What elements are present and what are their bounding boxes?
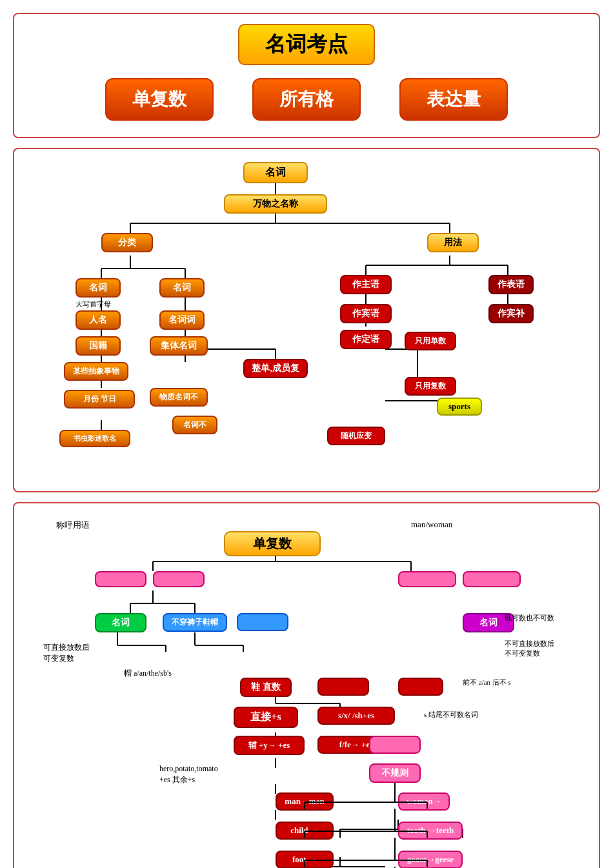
predicate-node: 作表语 bbox=[488, 275, 534, 294]
noun1-node: 名词 bbox=[75, 278, 121, 298]
person-name-node: 人名 bbox=[75, 310, 121, 330]
no-article-label: 前不 a/an 后不 s bbox=[463, 678, 511, 687]
pink3 bbox=[398, 571, 456, 587]
call-label: 称呼用语 bbox=[56, 520, 90, 531]
child-node: child → bbox=[276, 822, 334, 840]
foot-node: foot → bbox=[276, 851, 334, 868]
top-categories: 单复数 所有格 表达量 bbox=[24, 78, 589, 121]
shoe-box: 鞋 直数 bbox=[240, 678, 292, 697]
man-men-node: man→men bbox=[276, 792, 334, 811]
material-noun-node: 物质名词不 bbox=[150, 388, 208, 407]
blue-box: 不穿裤子鞋帽 bbox=[163, 613, 227, 632]
tooth-node: tooth →teeth bbox=[398, 822, 463, 840]
both-count-label: 既可数也不可数 bbox=[505, 613, 554, 623]
month-holiday-node: 月份 节日 bbox=[64, 390, 135, 409]
random-node: 随机应变 bbox=[327, 427, 385, 445]
abstract-node: 某些抽象事物 bbox=[64, 362, 128, 381]
cat-possessive: 所有格 bbox=[252, 78, 361, 121]
blue-box2 bbox=[237, 613, 288, 631]
object-node: 作宾语 bbox=[340, 304, 392, 323]
noun2-node: 名词 bbox=[159, 278, 205, 298]
red-right bbox=[398, 678, 443, 696]
attribute-node: 作定语 bbox=[340, 330, 392, 349]
singular-plural-title: 单复数 bbox=[224, 531, 321, 556]
single-plural-node: 整单,成员复 bbox=[243, 359, 308, 378]
nationality-node: 国籍 bbox=[75, 336, 121, 356]
y-es-node: 辅 +y→ +es bbox=[234, 736, 305, 755]
hero-label: hero,potato,tomato+es 其余+s bbox=[159, 763, 218, 785]
capital-label: 大写首字母 bbox=[75, 299, 111, 309]
s-ending-label: s 结尾不可数名词 bbox=[424, 710, 478, 720]
can-add-label: 可直接放数后可变复数 bbox=[43, 642, 90, 664]
bottom-section: 称呼用语 man/woman 单复数 名词 不穿裤子鞋帽 名词 可直接放数后可变… bbox=[13, 502, 600, 868]
top-section: 名词考点 单复数 所有格 表达量 bbox=[13, 13, 600, 138]
cat-singular-plural: 单复数 bbox=[105, 78, 214, 121]
sx-es-node: s/x/ /sh+es bbox=[317, 707, 395, 725]
collective-noun-node: 集体名词 bbox=[150, 336, 208, 356]
pink1 bbox=[95, 571, 146, 587]
cannot-add-label: 不可直接放数后不可变复数 bbox=[505, 639, 554, 659]
shoe-right bbox=[317, 678, 369, 696]
root-node: 名词 bbox=[243, 162, 308, 183]
bottom-connectors bbox=[24, 513, 589, 868]
middle-section: 名词 万物之名称 分类 用法 名词 大写首字母 名词 人名 名词词 集体名词 国… bbox=[13, 148, 600, 492]
pink4 bbox=[463, 571, 521, 587]
woman-node: woman→ bbox=[398, 792, 450, 811]
cat-quantity: 表达量 bbox=[399, 78, 508, 121]
man-woman-label: man/woman bbox=[411, 520, 452, 530]
classify-node: 分类 bbox=[101, 233, 153, 252]
irregular-connectors bbox=[24, 513, 589, 868]
irregular-top-box bbox=[369, 736, 421, 754]
noun-word-node: 名词词 bbox=[159, 310, 205, 330]
sports-node: sports bbox=[437, 398, 482, 416]
direct-s-node: 直接+s bbox=[234, 707, 298, 728]
usage-node: 用法 bbox=[427, 233, 479, 252]
only-plural-node: 只用复数 bbox=[405, 377, 456, 396]
hat-label: 帽 a/an/the/sb's bbox=[124, 668, 172, 679]
irregular-node: 不规则 bbox=[369, 763, 421, 783]
green-noun: 名词 bbox=[95, 613, 146, 632]
only-singular-node: 只用单数 bbox=[405, 332, 456, 350]
sub-root-node: 万物之名称 bbox=[224, 194, 327, 214]
top-title-area: 名词考点 单复数 所有格 表达量 bbox=[24, 24, 589, 121]
goose-node: goose→geese bbox=[398, 851, 463, 868]
obj-complement-node: 作宾补 bbox=[488, 304, 534, 323]
noun-no-node: 名词不 bbox=[172, 416, 217, 434]
middle-mindmap: 名词 万物之名称 分类 用法 名词 大写首字母 名词 人名 名词词 集体名词 国… bbox=[24, 159, 589, 481]
pink2 bbox=[153, 571, 205, 587]
subject-node: 作主语 bbox=[340, 275, 392, 294]
book-fan-node: 书虫影迷歌名 bbox=[59, 430, 130, 447]
bottom-mindmap: 称呼用语 man/woman 单复数 名词 不穿裤子鞋帽 名词 可直接放数后可变… bbox=[24, 513, 589, 868]
main-title: 名词考点 bbox=[238, 24, 375, 65]
